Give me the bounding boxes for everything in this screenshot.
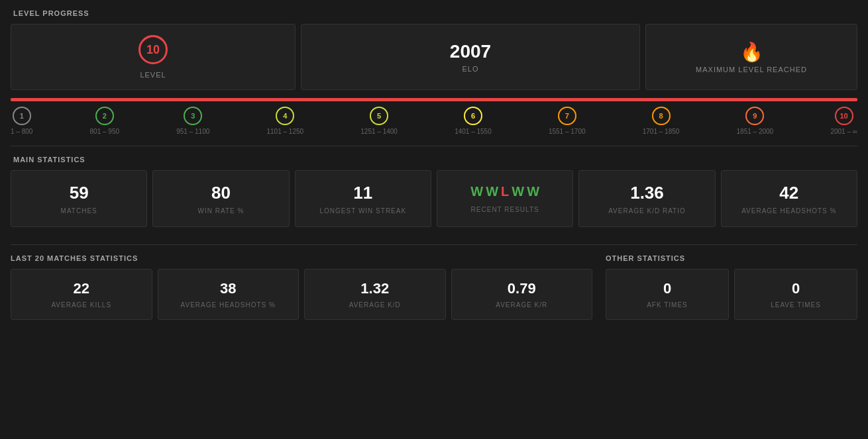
level-progress-section: LEVEL PROGRESS 10 LEVEL 2007 ELO 🔥 MAXIM… [0, 0, 868, 146]
stat-label: AVERAGE K/D RATIO [608, 207, 686, 215]
elo-label: ELO [462, 65, 478, 73]
level-marker: 1 1 – 800 [11, 107, 32, 135]
stat-label: MATCHES [61, 207, 97, 215]
marker-circle: 6 [464, 107, 482, 125]
stat-card: WWLWW RECENT RESULTS [437, 170, 573, 227]
marker-circle: 10 [835, 107, 853, 125]
max-level-label: MAXIMUM LEVEL REACHED [696, 66, 807, 73]
marker-circle: 3 [184, 107, 202, 125]
marker-range: 1701 – 1850 [643, 128, 680, 135]
marker-circle: 5 [370, 107, 388, 125]
last20-section: LAST 20 MATCHES STATISTICS 22 AVERAGE KI… [11, 245, 592, 320]
progress-bar-fill [11, 98, 857, 101]
marker-circle: 4 [276, 107, 294, 125]
other-stats-section: OTHER STATISTICS 0 AFK TIMES 0 LEAVE TIM… [606, 245, 857, 320]
stat-card: 42 AVERAGE HEADSHOTS % [721, 170, 857, 227]
level-progress-cards: 10 LEVEL 2007 ELO 🔥 MAXIMUM LEVEL REACHE… [0, 24, 868, 98]
bottom-stat-label: AVERAGE KILLS [51, 301, 111, 309]
marker-range: 1401 – 1550 [455, 128, 492, 135]
level-marker: 9 1851 – 2000 [737, 107, 774, 135]
stat-value: 80 [211, 183, 231, 203]
result-w: W [512, 184, 524, 199]
other-stats-grid: 0 AFK TIMES 0 LEAVE TIMES [606, 269, 857, 320]
stat-label: WIN RATE % [198, 207, 244, 215]
marker-range: 2001 – ∞ [830, 128, 857, 135]
level-card: 10 LEVEL [11, 24, 296, 90]
level-circle: 10 [138, 35, 168, 64]
bottom-stat-label: AVERAGE K/R [496, 301, 547, 309]
stat-card: 59 MATCHES [11, 170, 147, 227]
result-l: L [501, 184, 509, 199]
marker-range: 1101 – 1250 [267, 128, 304, 135]
other-stat-card: 0 LEAVE TIMES [734, 269, 857, 320]
marker-circle: 1 [13, 107, 31, 125]
bottom-stat-card: 1.32 AVERAGE K/D [304, 269, 446, 320]
progress-bar [11, 98, 857, 101]
bottom-stat-label: AVERAGE HEADSHOTS % [181, 301, 276, 309]
level-value: 10 [146, 43, 160, 57]
marker-circle: 9 [745, 107, 764, 125]
level-marker: 7 1551 – 1700 [549, 107, 586, 135]
stat-value: 42 [779, 183, 798, 203]
stat-label: LONGEST WIN STREAK [320, 207, 407, 215]
bottom-section: LAST 20 MATCHES STATISTICS 22 AVERAGE KI… [0, 245, 868, 330]
marker-range: 1251 – 1400 [360, 128, 398, 135]
marker-range: 801 – 950 [90, 128, 120, 135]
last20-stats-grid: 22 AVERAGE KILLS 38 AVERAGE HEADSHOTS % … [11, 269, 592, 320]
level-marker: 3 951 – 1100 [176, 107, 209, 135]
other-stat-value: 0 [792, 280, 800, 297]
result-w: W [470, 184, 483, 199]
other-stats-label: OTHER STATISTICS [606, 245, 857, 269]
level-marker: 10 2001 – ∞ [830, 107, 857, 135]
bottom-stat-card: 0.79 AVERAGE K/R [451, 269, 593, 320]
level-progress-label: LEVEL PROGRESS [0, 0, 868, 24]
level-markers: 1 1 – 800 2 801 – 950 3 951 – 1100 4 110… [0, 101, 868, 146]
level-marker: 4 1101 – 1250 [267, 107, 304, 135]
marker-range: 1551 – 1700 [549, 128, 586, 135]
other-stat-card: 0 AFK TIMES [606, 269, 729, 320]
bottom-stat-label: AVERAGE K/D [349, 301, 401, 309]
recent-results: WWLWW [470, 184, 539, 199]
marker-range: 1 – 800 [11, 128, 32, 135]
level-marker: 5 1251 – 1400 [360, 107, 398, 135]
level-marker: 6 1401 – 1550 [455, 107, 492, 135]
bottom-stat-card: 22 AVERAGE KILLS [11, 269, 152, 320]
last20-label: LAST 20 MATCHES STATISTICS [11, 245, 592, 269]
other-stat-label: AFK TIMES [647, 301, 688, 309]
bottom-stat-value: 1.32 [360, 280, 389, 297]
result-w: W [486, 184, 498, 199]
other-stat-value: 0 [663, 280, 671, 297]
elo-card: 2007 ELO [301, 24, 640, 90]
level-label: LEVEL [140, 71, 166, 79]
stat-card: 11 LONGEST WIN STREAK [295, 170, 431, 227]
marker-circle: 7 [558, 107, 576, 125]
progress-bar-container [0, 98, 868, 101]
marker-circle: 8 [652, 107, 671, 125]
max-level-card: 🔥 MAXIMUM LEVEL REACHED [645, 24, 857, 90]
stat-card: 1.36 AVERAGE K/D RATIO [578, 170, 715, 227]
stats-grid: 59 MATCHES 80 WIN RATE % 11 LONGEST WIN … [0, 170, 868, 238]
level-marker: 2 801 – 950 [90, 107, 120, 135]
bottom-stat-value: 38 [220, 280, 236, 297]
stat-label: AVERAGE HEADSHOTS % [741, 207, 836, 215]
stat-label: RECENT RESULTS [471, 206, 539, 213]
marker-circle: 2 [95, 107, 114, 125]
level-marker: 8 1701 – 1850 [643, 107, 680, 135]
main-stats-section: MAIN STATISTICS 59 MATCHES 80 WIN RATE %… [0, 146, 868, 244]
stat-card: 80 WIN RATE % [152, 170, 289, 227]
stat-value: 1.36 [630, 183, 664, 203]
fire-icon: 🔥 [740, 41, 763, 63]
marker-range: 951 – 1100 [176, 128, 209, 135]
stat-value: 59 [70, 183, 89, 203]
bottom-stat-value: 0.79 [508, 280, 536, 297]
stat-value: 11 [353, 183, 372, 203]
other-stat-label: LEAVE TIMES [771, 301, 821, 309]
result-w: W [527, 184, 539, 199]
marker-range: 1851 – 2000 [737, 128, 774, 135]
elo-value: 2007 [450, 41, 491, 62]
bottom-stat-card: 38 AVERAGE HEADSHOTS % [158, 269, 299, 320]
bottom-stat-value: 22 [74, 280, 89, 297]
main-stats-label: MAIN STATISTICS [0, 146, 868, 170]
